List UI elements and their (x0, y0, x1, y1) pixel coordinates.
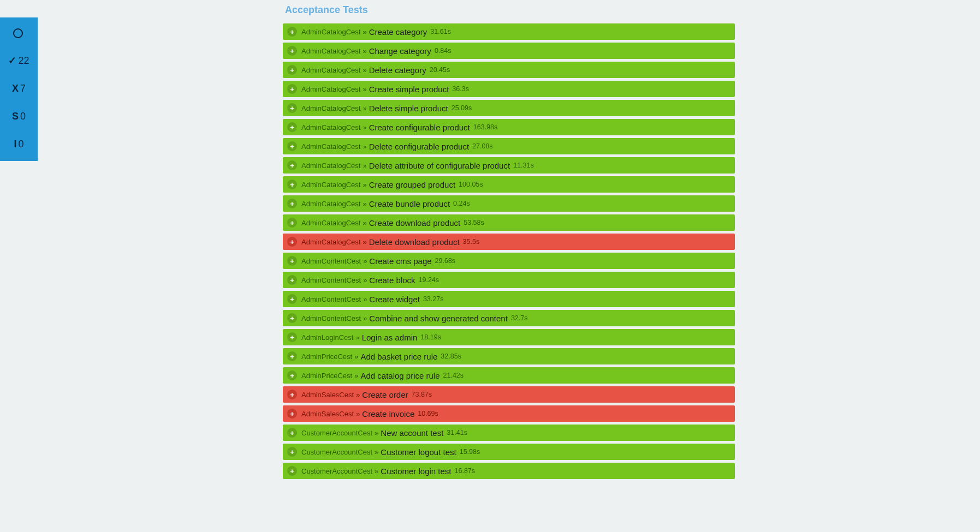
test-separator: » (375, 467, 378, 475)
test-row[interactable]: +AdminSalesCest»Create invoice10.69s (283, 405, 735, 422)
test-row[interactable]: +AdminSalesCest»Create order73.87s (283, 386, 735, 403)
test-row[interactable]: +AdminCatalogCest»Create category31.61s (283, 23, 735, 40)
sidebar-item-pass[interactable]: ✓ 22 (8, 55, 29, 67)
plus-icon[interactable]: + (287, 370, 297, 380)
plus-icon[interactable]: + (287, 237, 297, 247)
plus-icon[interactable]: + (287, 351, 297, 361)
test-separator: » (355, 333, 359, 342)
plus-icon[interactable]: + (287, 180, 297, 189)
test-name: Delete configurable product (369, 142, 469, 151)
test-row[interactable]: +AdminLoginCest»Login as admin18.19s (283, 329, 735, 345)
test-row[interactable]: +AdminCatalogCest»Delete simple product2… (283, 100, 735, 116)
test-name: Delete simple product (369, 104, 448, 113)
test-time: 33.27s (423, 295, 444, 303)
test-row[interactable]: +CustomerAccountCest»New account test31.… (283, 425, 735, 441)
test-class: CustomerAccountCest (301, 448, 372, 456)
test-row[interactable]: +AdminCatalogCest»Change category0.84s (283, 43, 735, 59)
test-row[interactable]: +AdminContentCest»Create widget33.27s (283, 291, 735, 307)
plus-icon[interactable]: + (287, 218, 297, 228)
test-time: 18.19s (420, 333, 441, 341)
plus-icon[interactable]: + (287, 46, 297, 56)
test-time: 73.87s (412, 391, 432, 398)
test-name: Create invoice (362, 409, 414, 419)
test-separator: » (363, 314, 367, 322)
test-time: 29.68s (435, 257, 456, 265)
check-icon: ✓ (8, 55, 16, 67)
test-row[interactable]: +AdminCatalogCest»Create configurable pr… (283, 119, 735, 135)
test-class: AdminSalesCest (301, 391, 354, 399)
test-time: 31.61s (430, 28, 451, 35)
test-separator: » (363, 257, 367, 265)
test-time: 27.08s (472, 142, 493, 150)
test-time: 16.87s (455, 467, 476, 475)
plus-icon[interactable]: + (287, 313, 297, 323)
test-separator: » (363, 28, 366, 36)
test-row[interactable]: +AdminCatalogCest»Create bundle product0… (283, 195, 735, 212)
sidebar: ✓ 22 X 7 S 0 I 0 (0, 17, 38, 161)
plus-icon[interactable]: + (287, 141, 297, 151)
test-name: Create cms page (369, 256, 431, 266)
test-row[interactable]: +AdminPriceCest»Add basket price rule32.… (283, 348, 735, 364)
content-inner: Acceptance Tests +AdminCatalogCest»Creat… (283, 4, 735, 482)
test-row[interactable]: +AdminCatalogCest»Create grouped product… (283, 176, 735, 193)
test-row[interactable]: +AdminContentCest»Combine and show gener… (283, 310, 735, 326)
test-row[interactable]: +AdminCatalogCest»Delete download produc… (283, 234, 735, 250)
test-row[interactable]: +AdminCatalogCest»Create download produc… (283, 214, 735, 231)
sidebar-item-all[interactable] (13, 28, 25, 38)
test-row[interactable]: +CustomerAccountCest»Customer logout tes… (283, 444, 735, 460)
test-name: Customer login test (381, 467, 451, 476)
test-row[interactable]: +AdminPriceCest»Add catalog price rule21… (283, 367, 735, 384)
test-separator: » (354, 372, 358, 380)
test-name: Delete attribute of configurable product (369, 161, 510, 170)
test-class: AdminContentCest (301, 257, 361, 265)
test-row[interactable]: +AdminCatalogCest»Delete configurable pr… (283, 138, 735, 154)
test-time: 25.09s (452, 104, 472, 112)
test-class: AdminPriceCest (301, 352, 352, 361)
sidebar-item-incomplete[interactable]: I 0 (14, 139, 23, 150)
test-time: 32.85s (441, 352, 461, 360)
i-icon: I (14, 139, 16, 150)
plus-icon[interactable]: + (287, 256, 297, 266)
test-name: Customer logout test (381, 447, 456, 457)
plus-icon[interactable]: + (287, 84, 297, 94)
test-row[interactable]: +AdminCatalogCest»Delete category20.45s (283, 62, 735, 78)
plus-icon[interactable]: + (287, 390, 297, 399)
plus-icon[interactable]: + (287, 275, 297, 285)
test-row[interactable]: +AdminContentCest»Create cms page29.68s (283, 253, 735, 269)
test-row[interactable]: +AdminCatalogCest»Create simple product3… (283, 81, 735, 97)
plus-icon[interactable]: + (287, 332, 297, 342)
test-class: AdminCatalogCest (301, 219, 360, 227)
plus-icon[interactable]: + (287, 409, 297, 419)
test-name: Create bundle product (369, 199, 450, 208)
test-name: Create grouped product (369, 180, 455, 189)
sidebar-item-fail[interactable]: X 7 (12, 83, 26, 94)
plus-icon[interactable]: + (287, 199, 297, 208)
sidebar-incomplete-count: 0 (19, 139, 24, 150)
test-time: 19.24s (419, 276, 439, 284)
plus-icon[interactable]: + (287, 466, 297, 476)
test-separator: » (354, 352, 358, 361)
test-name: Create order (362, 390, 408, 399)
plus-icon[interactable]: + (287, 27, 297, 37)
test-separator: » (356, 410, 360, 418)
content: Acceptance Tests +AdminCatalogCest»Creat… (38, 0, 980, 493)
sidebar-fail-count: 7 (20, 83, 26, 94)
plus-icon[interactable]: + (287, 294, 297, 304)
sidebar-item-skip[interactable]: S 0 (12, 111, 26, 122)
plus-icon[interactable]: + (287, 122, 297, 132)
test-class: AdminCatalogCest (301, 200, 360, 208)
test-name: Combine and show generated content (369, 314, 508, 323)
test-row[interactable]: +AdminCatalogCest»Delete attribute of co… (283, 157, 735, 174)
plus-icon[interactable]: + (287, 65, 297, 75)
plus-icon[interactable]: + (287, 103, 297, 113)
test-row[interactable]: +AdminContentCest»Create block19.24s (283, 272, 735, 288)
plus-icon[interactable]: + (287, 447, 297, 457)
test-class: AdminContentCest (301, 276, 361, 284)
test-name: Add basket price rule (360, 352, 437, 361)
test-row[interactable]: +CustomerAccountCest»Customer login test… (283, 463, 735, 479)
plus-icon[interactable]: + (287, 428, 297, 438)
test-name: Create widget (369, 295, 420, 304)
test-name: Create configurable product (369, 123, 470, 132)
plus-icon[interactable]: + (287, 160, 297, 170)
test-class: AdminContentCest (301, 314, 361, 322)
